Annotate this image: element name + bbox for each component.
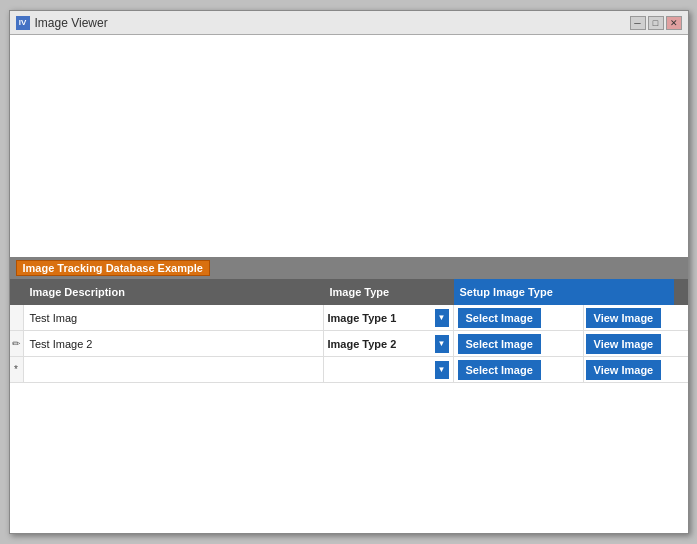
title-bar: IV Image Viewer ─ □ ✕ xyxy=(10,11,688,35)
header-description: Image Description xyxy=(24,286,324,298)
table-row: * ▼ Select Image View Image xyxy=(10,357,688,383)
select-image-button-1[interactable]: Select Image xyxy=(458,308,541,328)
table-row: Test Imag Image Type 1 ▼ Select Image Vi… xyxy=(10,305,688,331)
view-image-button-3[interactable]: View Image xyxy=(586,360,662,380)
cell-image-type-2: Image Type 2 ▼ xyxy=(324,331,454,356)
table-body: Test Imag Image Type 1 ▼ Select Image Vi… xyxy=(10,305,688,383)
cell-image-type-3: ▼ xyxy=(324,357,454,382)
main-window: IV Image Viewer ─ □ ✕ Image Tracking Dat… xyxy=(9,10,689,534)
dropdown-arrow-2[interactable]: ▼ xyxy=(435,335,449,353)
action-cell-3: Select Image xyxy=(454,357,584,382)
database-panel: Image Tracking Database Example Image De… xyxy=(10,257,688,533)
row-indicator-1 xyxy=(10,305,24,330)
title-bar-controls: ─ □ ✕ xyxy=(630,16,682,30)
panel-header-bar: Image Tracking Database Example xyxy=(10,257,688,279)
row-icon-2: ✏ xyxy=(12,338,20,349)
image-display-area xyxy=(10,35,688,257)
header-setup-image-type: Setup Image Type xyxy=(454,279,674,305)
header-image-type: Image Type xyxy=(324,286,454,298)
title-bar-left: IV Image Viewer xyxy=(16,16,108,30)
row-indicator-3: * xyxy=(10,357,24,382)
view-image-button-1[interactable]: View Image xyxy=(586,308,662,328)
action-cell-1: Select Image xyxy=(454,305,584,330)
view-image-button-2[interactable]: View Image xyxy=(586,334,662,354)
table-row: ✏ Test Image 2 Image Type 2 ▼ Select Ima… xyxy=(10,331,688,357)
cell-description-1: Test Imag xyxy=(24,305,324,330)
minimize-button[interactable]: ─ xyxy=(630,16,646,30)
image-type-label-2: Image Type 2 xyxy=(328,338,397,350)
dropdown-arrow-3[interactable]: ▼ xyxy=(435,361,449,379)
cell-description-3 xyxy=(24,357,324,382)
row-icon-3: * xyxy=(14,364,18,375)
image-type-label-1: Image Type 1 xyxy=(328,312,397,324)
panel-header-label: Image Tracking Database Example xyxy=(16,260,210,276)
window-title: Image Viewer xyxy=(35,16,108,30)
table-header: Image Description Image Type Setup Image… xyxy=(10,279,688,305)
restore-button[interactable]: □ xyxy=(648,16,664,30)
view-cell-3: View Image xyxy=(584,357,674,382)
window-content: Image Tracking Database Example Image De… xyxy=(10,35,688,533)
close-button[interactable]: ✕ xyxy=(666,16,682,30)
empty-area xyxy=(10,383,688,533)
dropdown-arrow-1[interactable]: ▼ xyxy=(435,309,449,327)
action-cell-2: Select Image xyxy=(454,331,584,356)
select-image-button-3[interactable]: Select Image xyxy=(458,360,541,380)
row-indicator-2: ✏ xyxy=(10,331,24,356)
select-image-button-2[interactable]: Select Image xyxy=(458,334,541,354)
view-cell-2: View Image xyxy=(584,331,674,356)
cell-image-type-1: Image Type 1 ▼ xyxy=(324,305,454,330)
cell-description-2: Test Image 2 xyxy=(24,331,324,356)
view-cell-1: View Image xyxy=(584,305,674,330)
window-icon: IV xyxy=(16,16,30,30)
